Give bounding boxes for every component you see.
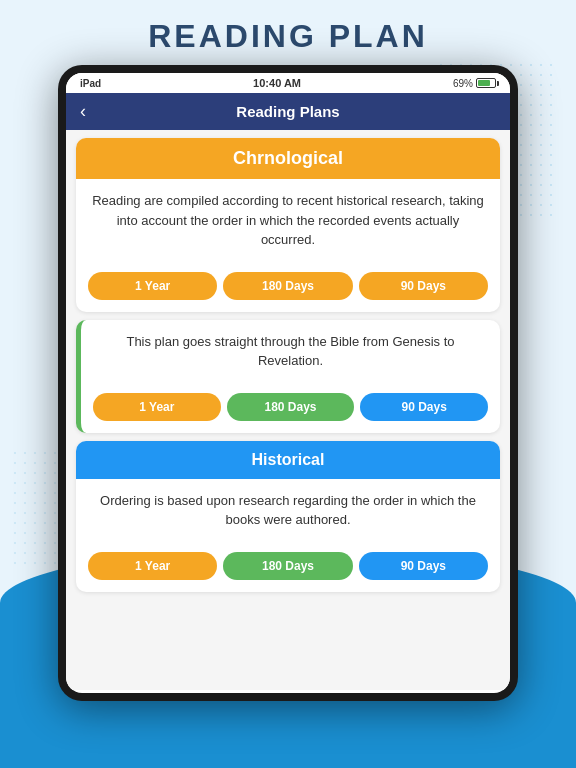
card-chronological: Chrnological Reading are compiled accord… — [76, 138, 500, 312]
page-title: READING PLAN — [0, 0, 576, 65]
battery-icon — [476, 78, 496, 88]
status-device: iPad — [80, 78, 101, 89]
historical-1year-button[interactable]: 1 Year — [88, 552, 217, 580]
ipad-screen: iPad 10:40 AM 69% ‹ Reading Plans Chrnol… — [66, 73, 510, 693]
status-bar: iPad 10:40 AM 69% — [66, 73, 510, 93]
card-chronological-buttons: 1 Year 180 Days 90 Days — [76, 262, 500, 312]
card-chronological-body: Reading are compiled according to recent… — [76, 179, 500, 262]
card-genesis-revelation: This plan goes straight through the Bibl… — [76, 320, 500, 433]
card-historical-header: Historical — [76, 441, 500, 479]
navigation-bar: ‹ Reading Plans — [66, 93, 510, 130]
card-historical: Historical Ordering is based upon resear… — [76, 441, 500, 592]
battery-fill — [478, 80, 490, 86]
card-genesis-body: This plan goes straight through the Bibl… — [81, 320, 500, 383]
status-right: 69% — [453, 78, 496, 89]
chronological-180days-button[interactable]: 180 Days — [223, 272, 352, 300]
card-chronological-header: Chrnological — [76, 138, 500, 179]
nav-title: Reading Plans — [236, 103, 339, 120]
screen-content: Chrnological Reading are compiled accord… — [66, 130, 510, 690]
historical-180days-button[interactable]: 180 Days — [223, 552, 352, 580]
chronological-1year-button[interactable]: 1 Year — [88, 272, 217, 300]
card-genesis-buttons: 1 Year 180 Days 90 Days — [81, 383, 500, 433]
historical-90days-button[interactable]: 90 Days — [359, 552, 488, 580]
back-button[interactable]: ‹ — [80, 101, 86, 122]
card-historical-buttons: 1 Year 180 Days 90 Days — [76, 542, 500, 592]
ipad-device: iPad 10:40 AM 69% ‹ Reading Plans Chrnol… — [58, 65, 518, 701]
genesis-1year-button[interactable]: 1 Year — [93, 393, 221, 421]
genesis-90days-button[interactable]: 90 Days — [360, 393, 488, 421]
status-time: 10:40 AM — [253, 77, 301, 89]
battery-percent: 69% — [453, 78, 473, 89]
card-historical-body: Ordering is based upon research regardin… — [76, 479, 500, 542]
genesis-180days-button[interactable]: 180 Days — [227, 393, 355, 421]
chronological-90days-button[interactable]: 90 Days — [359, 272, 488, 300]
